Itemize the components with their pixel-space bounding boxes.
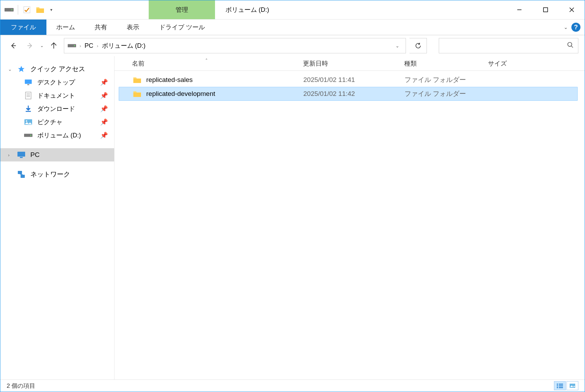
search-input[interactable] <box>443 43 567 49</box>
svg-rect-26 <box>20 157 23 158</box>
svg-rect-34 <box>557 387 558 388</box>
cell-name: replicated-sales <box>119 76 303 84</box>
sidebar-item-pc[interactable]: › PC <box>0 148 114 161</box>
tab-file[interactable]: ファイル <box>0 20 46 35</box>
separator <box>18 5 18 15</box>
quick-access-toolbar: ▾ <box>0 5 54 15</box>
new-folder-button[interactable] <box>35 5 45 15</box>
svg-rect-33 <box>559 385 563 386</box>
column-label: 名前 <box>132 60 145 67</box>
svg-rect-2 <box>24 7 30 13</box>
recent-locations-button[interactable]: ⌄ <box>40 43 44 48</box>
sidebar-item-pictures[interactable]: ピクチャ 📌 <box>0 115 114 129</box>
sidebar-item-documents[interactable]: ドキュメント 📌 <box>0 89 114 102</box>
tab-view[interactable]: 表示 <box>117 20 149 35</box>
content-pane: 名前 ˄ 更新日時 種類 サイズ replicated-sales2025/01… <box>114 56 585 379</box>
back-button[interactable] <box>7 39 20 52</box>
sidebar-item-label: ピクチャ <box>37 118 62 126</box>
svg-rect-25 <box>17 152 25 157</box>
star-icon <box>17 65 25 73</box>
search-icon[interactable] <box>567 42 574 50</box>
details-view-button[interactable] <box>554 381 566 390</box>
tab-share[interactable]: 共有 <box>85 20 117 35</box>
up-button[interactable] <box>47 39 60 52</box>
file-row[interactable]: replicated-development2025/01/02 11:42ファ… <box>119 87 578 101</box>
close-button[interactable] <box>558 2 585 18</box>
qat-dropdown[interactable]: ▾ <box>48 7 54 12</box>
svg-point-1 <box>12 9 13 10</box>
file-list[interactable]: replicated-sales2025/01/02 11:41ファイル フォル… <box>114 71 585 379</box>
svg-rect-28 <box>21 175 25 178</box>
column-header-name[interactable]: 名前 ˄ <box>114 59 303 68</box>
document-icon <box>24 91 32 100</box>
sidebar-item-quick-access[interactable]: ⌄ クイック アクセス <box>0 62 114 76</box>
cell-date: 2025/01/02 11:41 <box>303 76 405 84</box>
svg-point-24 <box>30 135 31 136</box>
svg-point-12 <box>568 43 572 47</box>
maximize-button[interactable] <box>532 2 558 18</box>
sidebar-item-desktop[interactable]: デスクトップ 📌 <box>0 76 114 89</box>
address-dropdown[interactable]: ⌄ <box>393 43 402 48</box>
chevron-right-icon[interactable]: › <box>80 43 81 48</box>
drive-icon <box>24 131 32 140</box>
desktop-icon <box>24 78 32 86</box>
drive-icon <box>68 42 76 50</box>
pin-icon: 📌 <box>100 78 108 86</box>
sidebar-item-label: ダウンロード <box>37 105 75 113</box>
svg-rect-14 <box>25 80 32 84</box>
pc-icon <box>17 151 25 159</box>
sidebar-item-label: デスクトップ <box>37 78 75 86</box>
folder-icon <box>133 76 141 83</box>
properties-button[interactable] <box>22 5 32 15</box>
sidebar-item-label: クイック アクセス <box>30 65 85 74</box>
file-name: replicated-sales <box>146 76 193 84</box>
breadcrumb-pc[interactable]: PC <box>84 42 93 50</box>
status-bar: 2 個の項目 <box>0 379 585 392</box>
chevron-down-icon[interactable]: ⌄ <box>8 67 12 72</box>
breadcrumb-current[interactable]: ボリューム (D:) <box>102 42 146 50</box>
explorer-window: ▾ 管理 ボリューム (D:) ファイル ホーム 共有 表示 ドライブ ツール … <box>0 0 585 392</box>
cell-type: ファイル フォルダー <box>405 75 488 84</box>
help-icon[interactable]: ? <box>571 23 580 32</box>
svg-rect-16 <box>25 92 31 99</box>
svg-rect-35 <box>559 387 563 388</box>
status-text: 2 個の項目 <box>7 382 35 390</box>
column-header-size[interactable]: サイズ <box>488 59 547 68</box>
ribbon-tabs: ファイル ホーム 共有 表示 ドライブ ツール ⌄ ? <box>0 20 585 35</box>
chevron-right-icon[interactable]: › <box>8 152 9 158</box>
refresh-button[interactable] <box>409 38 427 53</box>
svg-rect-31 <box>559 384 563 385</box>
sidebar-item-volume-d[interactable]: ボリューム (D:) 📌 <box>0 129 114 142</box>
file-row[interactable]: replicated-sales2025/01/02 11:41ファイル フォル… <box>119 73 578 87</box>
address-bar[interactable]: › PC › ボリューム (D:) ⌄ <box>64 38 406 53</box>
svg-rect-36 <box>570 384 575 388</box>
sidebar-item-network[interactable]: ネットワーク <box>0 168 114 181</box>
column-header-type[interactable]: 種類 <box>404 59 488 68</box>
pictures-icon <box>24 118 32 126</box>
view-toggles <box>554 381 578 390</box>
sidebar-item-label: ネットワーク <box>30 170 70 179</box>
navigation-row: ⌄ › PC › ボリューム (D:) ⌄ <box>0 35 585 56</box>
svg-rect-30 <box>557 384 558 385</box>
sidebar-item-downloads[interactable]: ダウンロード 📌 <box>0 102 114 115</box>
column-header-date[interactable]: 更新日時 <box>303 59 404 68</box>
tab-drive-tools[interactable]: ドライブ ツール <box>149 20 215 35</box>
file-name: replicated-development <box>146 90 215 98</box>
svg-rect-4 <box>543 8 548 12</box>
tab-home[interactable]: ホーム <box>46 20 85 35</box>
context-tab-header[interactable]: 管理 <box>149 0 215 19</box>
minimize-button[interactable] <box>506 2 532 18</box>
pin-icon: 📌 <box>100 118 108 126</box>
search-box[interactable] <box>439 38 578 53</box>
forward-button[interactable] <box>23 39 37 52</box>
thumbnails-view-button[interactable] <box>567 381 578 390</box>
drive-icon <box>4 5 14 15</box>
ribbon-collapse-button[interactable]: ⌄ <box>564 24 568 30</box>
pin-icon: 📌 <box>100 105 108 113</box>
sidebar-item-label: ドキュメント <box>37 91 75 100</box>
chevron-right-icon[interactable]: › <box>97 43 98 48</box>
svg-rect-27 <box>18 171 22 174</box>
svg-point-11 <box>74 45 75 46</box>
svg-point-22 <box>26 120 27 122</box>
svg-rect-32 <box>557 385 558 386</box>
